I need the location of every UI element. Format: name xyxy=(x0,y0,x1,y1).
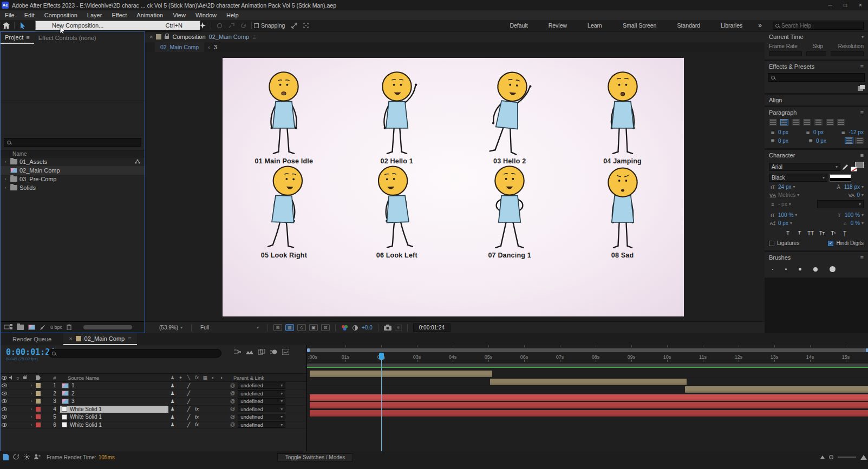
search-help-box[interactable] xyxy=(773,22,864,30)
channel-rgb-icon[interactable] xyxy=(341,325,349,331)
effects-presets-title[interactable]: Effects & Presets xyxy=(769,63,814,70)
brush-size-4[interactable] xyxy=(830,266,836,272)
viewer-menu-icon[interactable]: ≡ xyxy=(252,34,256,40)
minimize-button[interactable]: ─ xyxy=(823,0,838,10)
hash-column-header[interactable]: # xyxy=(49,375,60,381)
workspace-standard[interactable]: Standard xyxy=(667,22,710,29)
stroke-width-value[interactable]: - px xyxy=(778,201,787,207)
exposure-icon[interactable] xyxy=(352,325,358,331)
ligatures-checkbox[interactable] xyxy=(769,241,774,246)
frame-rate-field[interactable] xyxy=(769,51,802,56)
close-button[interactable]: × xyxy=(853,0,868,10)
layer-row-1[interactable]: ›11♟╱@undefined▾ xyxy=(1,382,306,390)
pickwhip-icon[interactable]: @ xyxy=(230,399,235,404)
layer-label-chip[interactable] xyxy=(36,383,41,388)
project-bit-depth[interactable]: 8 bpc xyxy=(50,325,62,330)
resolution-field[interactable] xyxy=(831,51,864,56)
layer-switches[interactable]: ♟╱fx xyxy=(168,414,227,420)
audio-column-icon[interactable] xyxy=(9,375,14,380)
rotate-tool-icon[interactable] xyxy=(237,21,249,30)
layer-expander-icon[interactable]: › xyxy=(29,422,34,427)
paragraph-field-r2-1[interactable]: ≣0 px xyxy=(807,138,826,144)
paragraph-align-button-1[interactable] xyxy=(780,119,788,125)
paragraph-title[interactable]: Paragraph xyxy=(769,109,797,116)
zoom-slider-track[interactable] xyxy=(838,457,856,458)
layer-duration-bar[interactable] xyxy=(490,379,687,385)
menu-layer[interactable]: Layer xyxy=(82,10,107,20)
paragraph-align-button-6[interactable] xyxy=(837,119,845,125)
guides-icon[interactable]: ⊡ xyxy=(321,324,330,331)
panel-menu-icon[interactable]: ≡ xyxy=(860,63,864,70)
layer-duration-bar[interactable] xyxy=(310,371,492,377)
chevron-down-icon[interactable]: ▾ xyxy=(862,35,864,39)
font-family-select[interactable]: Arial▾ xyxy=(769,163,840,171)
tab-timeline-comp[interactable]: × 02_Main Comp ≡ xyxy=(63,333,136,345)
viewer-timecode[interactable]: 0:00:01:24 xyxy=(413,323,451,332)
panel-menu-icon[interactable]: ≡ xyxy=(860,254,864,261)
paragraph-field-r1-1[interactable]: ≣0 px xyxy=(804,129,824,135)
layer-name[interactable]: White Solid 1 xyxy=(60,413,168,420)
paragraph-align-button-4[interactable] xyxy=(814,119,823,125)
panel-menu-icon[interactable]: ≡ xyxy=(860,109,864,116)
parent-dropdown[interactable]: undefined▾ xyxy=(238,406,285,412)
layer-duration-bar[interactable] xyxy=(310,410,868,417)
faux-style-button-5[interactable]: T̩ xyxy=(840,230,850,236)
mask-visibility-icon[interactable]: ◇ xyxy=(297,324,306,331)
project-item-01_assets[interactable]: ›01_Assets xyxy=(1,157,145,166)
workspace-default[interactable]: Default xyxy=(499,22,538,29)
layer-expander-icon[interactable]: › xyxy=(29,383,34,388)
paragraph-align-button-3[interactable] xyxy=(803,119,811,125)
zoom-in-icon[interactable] xyxy=(860,455,867,460)
rocket-icon[interactable] xyxy=(40,324,46,331)
layer-visibility-icon[interactable] xyxy=(2,423,7,427)
composition-canvas[interactable]: 01 Main Pose Idle02 Hello 103 Hello 204 … xyxy=(223,58,684,316)
track-row-2[interactable] xyxy=(307,378,868,386)
tsume-value[interactable]: 0 % xyxy=(851,220,860,226)
expander-icon[interactable]: › xyxy=(3,185,8,190)
layer-name[interactable]: White Solid 1 xyxy=(60,421,168,428)
transparency-grid-icon[interactable]: ▦ xyxy=(285,324,294,331)
menu-effect[interactable]: Effect xyxy=(107,10,132,20)
tab-render-queue[interactable]: Render Queue xyxy=(1,336,63,342)
frame-blending-icon[interactable] xyxy=(258,349,265,355)
layer-name[interactable]: 2 xyxy=(60,390,168,397)
paragraph-field-r1-0[interactable]: ≣0 px xyxy=(769,129,788,135)
layer-expander-icon[interactable]: › xyxy=(29,391,34,396)
faux-style-button-1[interactable]: T xyxy=(795,230,804,236)
baseline-shift-value[interactable]: 0 px xyxy=(778,220,788,226)
settings-icon[interactable] xyxy=(24,454,30,460)
graph-editor-icon[interactable] xyxy=(282,349,289,355)
layer-label-chip[interactable] xyxy=(36,399,41,404)
selection-tool-icon[interactable] xyxy=(17,21,29,30)
menu-edit[interactable]: Edit xyxy=(19,10,40,20)
skip-field[interactable] xyxy=(806,51,826,56)
adobe-stock-icon[interactable] xyxy=(3,454,9,460)
lock-icon[interactable] xyxy=(165,35,169,40)
panel-menu-icon[interactable]: ≡ xyxy=(860,152,864,158)
faux-style-button-4[interactable]: T¹ xyxy=(829,230,838,236)
nav-back-chevron[interactable]: ‹ xyxy=(204,44,214,50)
source-name-column-header[interactable]: Source Name xyxy=(60,375,168,381)
show-snapshot-icon[interactable] xyxy=(395,325,402,331)
pickwhip-icon[interactable]: @ xyxy=(230,414,235,420)
layer-row-6[interactable]: ›6White Solid 1♟╱fx@undefined▾ xyxy=(1,421,306,430)
time-ruler[interactable]: :00s01s02s03s04s05s06s07s08s09s10s11s12s… xyxy=(307,353,868,362)
motion-blur-icon[interactable] xyxy=(270,349,277,354)
timeline-timecode[interactable]: 0:00:01:24 xyxy=(6,347,55,357)
layer-switches[interactable]: ♟╱fx xyxy=(168,422,227,427)
parent-dropdown[interactable]: undefined▾ xyxy=(238,421,285,428)
layer-row-4[interactable]: ›4White Solid 1♟╱fx@undefined▾ xyxy=(1,406,306,414)
layer-duration-bar[interactable] xyxy=(685,386,868,393)
new-preset-icon[interactable] xyxy=(858,85,865,91)
time-navigator-bar[interactable] xyxy=(307,348,868,352)
faux-style-button-0[interactable]: T xyxy=(784,230,793,236)
magnification-dropdown[interactable]: (53.9%)▾ xyxy=(156,325,186,331)
parent-dropdown[interactable]: undefined▾ xyxy=(238,398,285,405)
playhead-grip[interactable] xyxy=(379,353,384,360)
parent-dropdown[interactable]: undefined▾ xyxy=(238,382,285,389)
expander-icon[interactable]: › xyxy=(3,159,8,164)
align-title[interactable]: Align xyxy=(769,97,782,103)
snapping-checkbox[interactable] xyxy=(254,23,259,28)
font-size-value[interactable]: 24 px xyxy=(778,184,791,190)
brush-size-2[interactable] xyxy=(799,268,801,270)
